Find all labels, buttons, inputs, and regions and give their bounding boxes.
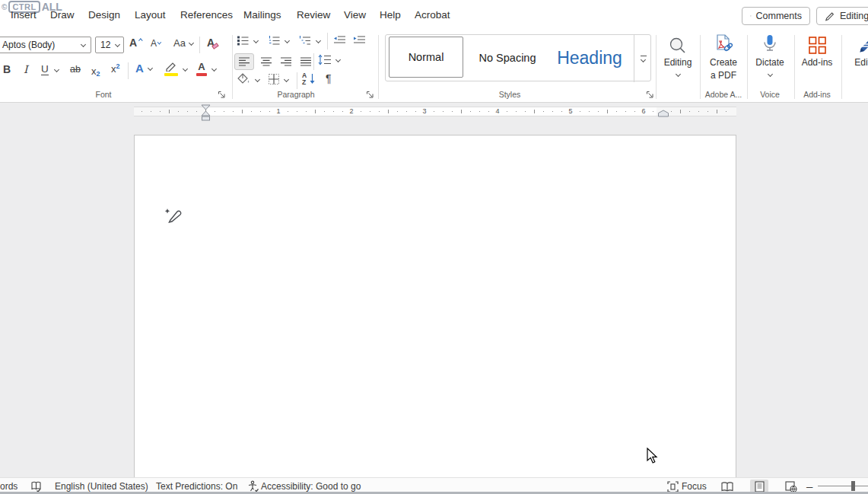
read-mode-icon: [721, 482, 733, 492]
text-highlight-button[interactable]: [164, 61, 187, 76]
accessibility-status[interactable]: Accessibility: Good to go: [261, 481, 361, 492]
clear-formatting-button[interactable]: A: [207, 37, 218, 49]
group-separator: [232, 35, 233, 99]
hanging-indent-marker[interactable]: [202, 111, 210, 116]
italic-button[interactable]: I: [24, 63, 28, 75]
font-name-combobox[interactable]: Aptos (Body): [0, 37, 91, 53]
focus-icon: [667, 481, 679, 492]
tab-layout[interactable]: Layout: [135, 9, 166, 21]
grow-font-button[interactable]: A: [129, 37, 140, 49]
sort-button[interactable]: A Z: [302, 72, 316, 86]
zoom-slider-track[interactable]: [818, 486, 868, 486]
tab-references[interactable]: References: [180, 9, 233, 21]
word-window: © CTRL ALL Insert Draw Design Layout Ref…: [0, 0, 868, 494]
zoom-slider-handle[interactable]: [851, 481, 855, 491]
numbering-button[interactable]: [268, 35, 289, 46]
ruler-tick-minor: [580, 111, 580, 112]
styles-gallery: Normal No Spacing Heading: [385, 34, 651, 81]
ruler-tick-major: [169, 110, 170, 113]
group-separator: [378, 35, 379, 99]
shading-button[interactable]: [237, 73, 259, 85]
tab-acrobat[interactable]: Acrobat: [415, 9, 450, 21]
paragraph-group-label: Paragraph: [258, 90, 334, 99]
adobe-group-label: Adobe A...: [701, 90, 746, 99]
align-center-button[interactable]: [256, 53, 276, 70]
font-color-button[interactable]: A: [196, 61, 216, 76]
bold-button[interactable]: B: [3, 63, 11, 75]
style-no-spacing[interactable]: No Spacing: [469, 35, 545, 81]
style-normal-label: Normal: [409, 51, 444, 63]
superscript-button[interactable]: x2: [111, 63, 120, 75]
line-spacing-button[interactable]: [318, 54, 340, 65]
decrease-indent-button[interactable]: [333, 35, 346, 46]
align-left-button[interactable]: [234, 53, 254, 70]
change-case-button[interactable]: Aa: [173, 37, 193, 49]
paragraph-dialog-launcher[interactable]: [366, 91, 374, 99]
chevron-down-icon: [253, 38, 259, 43]
create-pdf-button[interactable]: Create a PDF: [703, 33, 744, 81]
ruler-tick-minor: [361, 111, 361, 112]
ruler-tick-minor: [151, 111, 151, 112]
shrink-font-button[interactable]: A: [151, 38, 160, 49]
underline-button[interactable]: U: [41, 63, 59, 75]
text-predictions-status[interactable]: Text Predictions: On: [156, 481, 237, 492]
ruler-tick-minor: [297, 111, 297, 112]
subscript-button[interactable]: x2: [91, 64, 100, 78]
add-ins-button[interactable]: Add-ins: [796, 33, 838, 68]
comments-button[interactable]: Comments: [742, 7, 810, 25]
strikethrough-button[interactable]: ab: [70, 64, 81, 75]
left-indent-marker[interactable]: [202, 116, 210, 120]
increase-indent-button[interactable]: [353, 35, 366, 46]
style-heading-label: Heading: [557, 48, 622, 69]
multilevel-list-button[interactable]: [299, 35, 320, 46]
pilcrow-glyph: ¶: [326, 72, 332, 84]
ruler-tick-minor: [443, 111, 444, 112]
word-count[interactable]: ords: [0, 481, 17, 492]
ruler-tick-minor: [479, 111, 480, 112]
caret-down-icon: [157, 40, 162, 45]
focus-button[interactable]: Focus: [682, 481, 707, 492]
line-spacing-icon: [318, 54, 332, 65]
show-hide-pilcrow-button[interactable]: ¶: [326, 72, 332, 84]
chevron-down-icon: [189, 40, 194, 46]
document-area[interactable]: [0, 122, 868, 477]
align-right-button[interactable]: [276, 53, 296, 70]
editor-button[interactable]: Editor: [846, 33, 868, 68]
copilot-pencil-icon[interactable]: [164, 205, 183, 226]
right-indent-marker[interactable]: [657, 110, 669, 117]
style-heading[interactable]: Heading: [547, 35, 632, 81]
document-page[interactable]: [134, 135, 736, 477]
tab-mailings[interactable]: Mailings: [243, 9, 281, 21]
bullets-button[interactable]: [237, 35, 258, 46]
first-line-indent-marker[interactable]: [202, 105, 210, 110]
underline-letter: U: [41, 63, 49, 75]
text-effects-button[interactable]: A: [135, 62, 152, 75]
sort-letters: A Z: [302, 72, 307, 86]
proofing-icon[interactable]: [30, 481, 42, 492]
bullet-list-icon: [237, 35, 250, 46]
editing-group-button[interactable]: Editing: [659, 33, 697, 78]
editing-mode-button[interactable]: Editing: [816, 7, 868, 25]
ruler[interactable]: 123456: [0, 103, 868, 122]
styles-more-button[interactable]: [634, 35, 652, 82]
zoom-out-button[interactable]: –: [806, 480, 812, 492]
indent-markers[interactable]: [200, 104, 211, 121]
font-dialog-launcher[interactable]: [218, 91, 226, 99]
tab-help[interactable]: Help: [380, 9, 401, 21]
dictate-button[interactable]: Dictate: [750, 33, 790, 78]
tab-insert[interactable]: Insert: [11, 9, 37, 21]
font-size-combobox[interactable]: 12: [95, 37, 124, 53]
tab-review[interactable]: Review: [297, 9, 330, 21]
language-status[interactable]: English (United States): [55, 481, 148, 492]
style-normal[interactable]: Normal: [389, 37, 463, 78]
ruler-tick-minor: [525, 111, 526, 112]
styles-dialog-launcher[interactable]: [646, 91, 654, 99]
borders-button[interactable]: [268, 73, 288, 85]
tab-draw[interactable]: Draw: [50, 9, 75, 21]
editing-group-label: Editing: [659, 57, 697, 68]
tab-view[interactable]: View: [344, 9, 366, 21]
font-color-letter: A: [198, 61, 205, 72]
chevron-down-icon: [316, 38, 321, 43]
tab-design[interactable]: Design: [88, 9, 120, 21]
ruler-tick-major: [242, 110, 243, 113]
